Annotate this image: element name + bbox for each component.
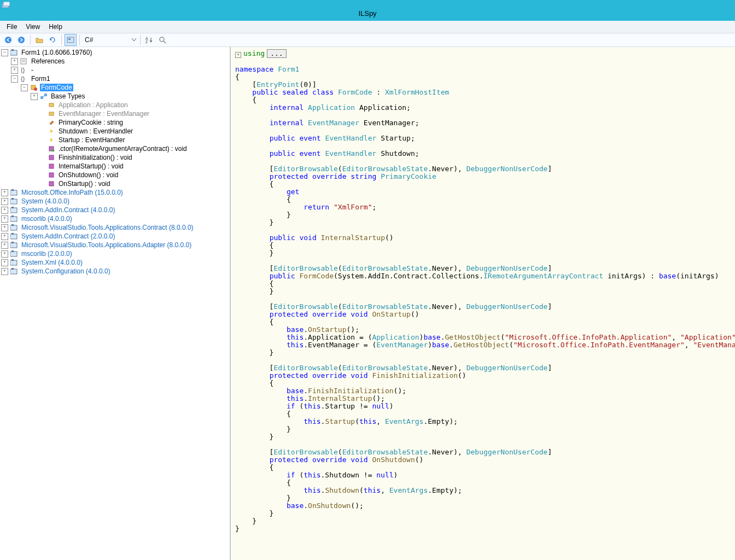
tree-form1[interactable]: Form1 bbox=[30, 75, 51, 83]
svg-point-8 bbox=[160, 37, 164, 42]
menu-help[interactable]: Help bbox=[44, 22, 67, 32]
expand-icon[interactable]: + bbox=[1, 198, 8, 205]
assembly-icon bbox=[10, 215, 19, 223]
assembly-tree[interactable]: −Form1 (1.0.6066.19760) +References +{}-… bbox=[0, 47, 231, 560]
app-icon bbox=[2, 2, 10, 8]
collapsed-using[interactable]: ... bbox=[267, 49, 286, 58]
tree-asm[interactable]: Microsoft.VisualStudio.Tools.Application… bbox=[20, 241, 192, 249]
svg-rect-28 bbox=[49, 173, 54, 177]
tree-asm[interactable]: mscorlib (2.0.0.0) bbox=[20, 250, 73, 258]
titlebar-icon-row bbox=[0, 0, 735, 10]
svg-rect-10 bbox=[10, 50, 17, 55]
collapse-icon[interactable]: − bbox=[1, 49, 8, 56]
tree-asm[interactable]: System (4.0.0.0) bbox=[20, 197, 71, 205]
svg-rect-48 bbox=[10, 269, 17, 274]
assembly-icon bbox=[10, 224, 19, 231]
search-button[interactable] bbox=[156, 34, 168, 46]
tree-refs[interactable]: References bbox=[30, 57, 66, 65]
tree-onshut[interactable]: OnShutdown() : void bbox=[57, 171, 119, 179]
svg-text:{}: {} bbox=[21, 67, 25, 73]
tree-asm[interactable]: System.Xml (4.0.0.0) bbox=[20, 259, 84, 266]
tree-istart[interactable]: InternalStartup() : void bbox=[57, 162, 125, 170]
svg-rect-1 bbox=[3, 2, 10, 6]
tree-asm[interactable]: System.Configuration (4.0.0.0) bbox=[20, 267, 112, 275]
svg-rect-44 bbox=[10, 252, 17, 256]
property-icon bbox=[47, 119, 56, 126]
event-icon bbox=[47, 127, 56, 135]
open-button[interactable] bbox=[33, 34, 45, 46]
code-pane[interactable]: +using... namespace Form1 { [EntryPoint(… bbox=[231, 47, 735, 560]
assembly-icon bbox=[10, 259, 19, 266]
svg-rect-36 bbox=[10, 217, 17, 221]
assembly-icon bbox=[10, 189, 19, 196]
expand-icon[interactable]: + bbox=[1, 259, 8, 266]
assemblies-button[interactable] bbox=[65, 34, 77, 46]
tree-asm[interactable]: System.AddIn.Contract (2.0.0.0) bbox=[20, 232, 116, 240]
sep bbox=[30, 35, 31, 45]
svg-rect-38 bbox=[10, 225, 17, 230]
menu-view[interactable]: View bbox=[21, 22, 44, 32]
sep bbox=[140, 35, 141, 45]
svg-line-21 bbox=[43, 95, 44, 97]
tree-ctor[interactable]: .ctor(IRemoteArgumentArrayContract) : vo… bbox=[57, 145, 188, 153]
svg-point-18 bbox=[34, 88, 37, 91]
tree-asm[interactable]: mscorlib (4.0.0.0) bbox=[20, 215, 73, 223]
fold-icon[interactable]: + bbox=[235, 52, 241, 58]
tree-dash[interactable]: - bbox=[30, 66, 34, 74]
tree-shutdown[interactable]: Shutdown : EventHandler bbox=[57, 127, 134, 135]
namespace-icon: {} bbox=[20, 66, 28, 74]
expand-icon[interactable]: + bbox=[1, 224, 8, 231]
svg-rect-20 bbox=[44, 94, 47, 96]
language-selector[interactable] bbox=[83, 34, 130, 45]
collapse-icon[interactable]: − bbox=[11, 75, 18, 83]
tree-evmgr[interactable]: EventManager : EventManager bbox=[57, 110, 150, 118]
expand-icon[interactable]: + bbox=[1, 233, 8, 240]
svg-rect-26 bbox=[49, 155, 54, 160]
expand-icon[interactable]: + bbox=[11, 58, 18, 65]
svg-rect-40 bbox=[10, 234, 17, 239]
svg-rect-35 bbox=[11, 207, 14, 208]
svg-rect-30 bbox=[10, 190, 17, 195]
tree-onstart[interactable]: OnStartup() : void bbox=[57, 180, 112, 188]
svg-point-3 bbox=[18, 37, 25, 43]
tree-basetypes[interactable]: Base Types bbox=[50, 92, 86, 100]
back-button[interactable] bbox=[2, 34, 14, 46]
event-icon bbox=[47, 136, 56, 144]
svg-rect-45 bbox=[11, 250, 14, 252]
sort-button[interactable]: AZ bbox=[143, 34, 155, 46]
expand-icon[interactable]: + bbox=[1, 207, 8, 214]
svg-rect-43 bbox=[11, 242, 14, 243]
assembly-icon bbox=[10, 206, 19, 214]
collapse-icon[interactable]: − bbox=[21, 84, 28, 91]
svg-text:{}: {} bbox=[21, 75, 25, 82]
menu-file[interactable]: File bbox=[2, 22, 21, 32]
expand-icon[interactable]: + bbox=[1, 189, 8, 196]
tree-asm[interactable]: Microsoft.Office.InfoPath (15.0.0.0) bbox=[20, 189, 124, 196]
expand-icon[interactable]: + bbox=[1, 242, 8, 249]
svg-rect-27 bbox=[49, 164, 54, 168]
svg-point-2 bbox=[5, 37, 11, 43]
tree-root[interactable]: Form1 (1.0.6066.19760) bbox=[20, 49, 93, 56]
window-title: ILSpy bbox=[0, 10, 735, 21]
tree-app[interactable]: Application : Application bbox=[57, 101, 129, 109]
svg-rect-11 bbox=[11, 49, 14, 51]
chevron-down-icon[interactable] bbox=[131, 37, 137, 43]
tree-asm[interactable]: Microsoft.VisualStudio.Tools.Application… bbox=[20, 224, 195, 231]
expand-icon[interactable]: + bbox=[1, 250, 8, 258]
tree-finit[interactable]: FinishInitialization() : void bbox=[57, 154, 133, 161]
svg-rect-34 bbox=[10, 208, 17, 213]
tree-formcode[interactable]: FormCode bbox=[40, 84, 73, 91]
svg-point-25 bbox=[52, 149, 55, 152]
expand-icon[interactable]: + bbox=[1, 268, 8, 275]
expand-icon[interactable]: + bbox=[31, 93, 38, 100]
tree-startup[interactable]: Startup : EventHandler bbox=[57, 136, 126, 144]
tree-asm[interactable]: System.AddIn.Contract (4.0.0.0) bbox=[20, 206, 116, 214]
svg-rect-47 bbox=[11, 259, 14, 261]
svg-rect-29 bbox=[49, 182, 54, 186]
refresh-button[interactable] bbox=[46, 34, 59, 46]
forward-button[interactable] bbox=[15, 34, 27, 46]
tree-pcookie[interactable]: PrimaryCookie : string bbox=[57, 119, 124, 126]
toolbar: AZ bbox=[0, 33, 735, 47]
expand-icon[interactable]: + bbox=[1, 215, 8, 223]
expand-icon[interactable]: + bbox=[11, 67, 18, 74]
